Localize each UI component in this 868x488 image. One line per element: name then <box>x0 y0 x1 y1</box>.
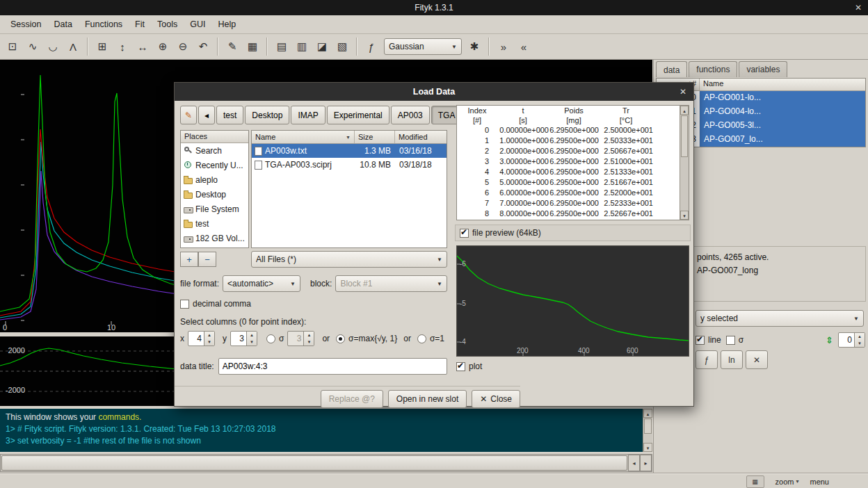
status-zoom-menu[interactable]: zoom▾ <box>775 478 799 486</box>
column-header-modified[interactable]: Modified <box>395 131 447 143</box>
remove-bookmark-button[interactable]: − <box>198 252 216 267</box>
zoom-all-icon[interactable]: ⊞ <box>93 37 112 56</box>
data-title-input[interactable] <box>218 358 447 375</box>
file-preview-checkbox[interactable]: file preview (64kB) <box>460 228 541 238</box>
zoom-label: zoom <box>775 478 794 486</box>
log-scale-button[interactable]: ln <box>721 350 743 369</box>
tab-data[interactable]: data <box>656 61 687 77</box>
function-type-combo[interactable]: Gaussian ▼ <box>384 38 462 55</box>
zoom-out-icon[interactable]: ⊖ <box>173 37 193 56</box>
horizontal-scrollbar[interactable]: ◂ ▸ <box>0 454 652 472</box>
previous-zoom-icon[interactable]: ↶ <box>193 37 213 56</box>
path-button-ap003[interactable]: AP003 <box>391 106 430 124</box>
zoom-in-icon[interactable]: ⊕ <box>153 37 172 56</box>
baseline-mode-icon[interactable]: ◡ <box>43 37 63 56</box>
menu-session[interactable]: Session <box>4 17 47 32</box>
place-desktop[interactable]: Desktop <box>181 187 248 202</box>
data-table-icon[interactable]: ▦ <box>243 37 262 56</box>
combo-arrow-icon: ▼ <box>286 281 296 287</box>
zoom-rect-mode-icon[interactable]: ⊡ <box>3 37 22 56</box>
scroll-up-icon[interactable]: ▴ <box>643 409 652 418</box>
status-menu[interactable]: menu <box>810 478 829 486</box>
load-data-dialog: Load Data ✕ ✎ ◂ testDesktopIMAPExperimen… <box>174 82 694 407</box>
run-fit-icon[interactable]: » <box>494 37 513 56</box>
open-session-icon[interactable]: ▤ <box>272 37 291 56</box>
menu-tools[interactable]: Tools <box>151 17 184 32</box>
export-plot-icon[interactable]: ◪ <box>312 37 332 56</box>
path-button-imap[interactable]: IMAP <box>291 106 325 124</box>
decimal-comma-checkbox[interactable]: decimal comma <box>180 299 251 309</box>
spin-arrows-icon[interactable]: ▲▼ <box>246 332 257 345</box>
spin-arrows-icon[interactable]: ▲▼ <box>204 332 214 345</box>
path-back-button[interactable]: ◂ <box>198 106 215 124</box>
scroll-right-icon[interactable]: ▸ <box>640 455 652 471</box>
radio-unselected <box>417 334 426 343</box>
zoom-horizontal-icon[interactable]: ↔ <box>133 37 152 56</box>
place-182-gb-vol[interactable]: 182 GB Vol... <box>181 231 248 245</box>
scroll-up-icon[interactable]: ▴ <box>680 106 689 115</box>
menu-data[interactable]: Data <box>47 17 78 32</box>
window-titlebar: Fityk 1.3.1 ✕ <box>0 0 868 15</box>
preview-scrollbar[interactable]: ▴ ▾ <box>680 106 689 220</box>
tab-functions[interactable]: functions <box>689 61 737 77</box>
zoom-vertical-icon[interactable]: ↕ <box>113 37 132 56</box>
place-search[interactable]: Search <box>181 143 248 158</box>
define-function-icon[interactable]: ✱ <box>465 37 484 56</box>
data-range-mode-icon[interactable]: ∿ <box>23 37 42 56</box>
dialog-close-icon[interactable]: ✕ <box>680 83 686 101</box>
sigma-checkbox[interactable]: σ <box>726 335 744 345</box>
point-size-spinner[interactable]: 0 ▲▼ <box>838 332 865 348</box>
file-format-combo[interactable]: <automatic> ▼ <box>223 275 300 292</box>
place-recently-u[interactable]: Recently U... <box>181 158 248 172</box>
menu-fit[interactable]: Fit <box>129 17 151 32</box>
menu-help[interactable]: Help <box>211 17 242 32</box>
tab-variables[interactable]: variables <box>739 61 787 77</box>
spin-arrows-icon[interactable]: ▲▼ <box>854 333 865 347</box>
line-checkbox[interactable]: line <box>696 335 721 345</box>
scroll-thumb[interactable] <box>681 115 688 157</box>
x-column-spinner[interactable]: 4 ▲▼ <box>188 331 215 346</box>
scrollbar-thumb[interactable] <box>1 455 627 471</box>
type-filename-button[interactable]: ✎ <box>180 106 197 124</box>
open-in-new-slot-button[interactable]: Open in new slot <box>388 390 467 408</box>
path-button-desktop[interactable]: Desktop <box>245 106 289 124</box>
close-button[interactable]: ✕ Close <box>472 390 520 408</box>
sigma-max-radio[interactable]: σ=max{√y, 1} <box>336 334 397 343</box>
menu-functions[interactable]: Functions <box>79 17 129 32</box>
place-file-system[interactable]: File System <box>181 202 248 216</box>
place-aleplo[interactable]: aleplo <box>181 172 248 187</box>
console-scrollbar[interactable]: ▴ ▾ <box>643 409 652 452</box>
place-test[interactable]: test <box>181 216 248 231</box>
back-arrow-icon: ◂ <box>204 111 209 120</box>
scroll-down-icon[interactable]: ▾ <box>680 211 689 220</box>
load-data-icon[interactable]: ▥ <box>292 37 312 56</box>
output-console[interactable]: This window shows your commands. 1> # Fi… <box>0 409 652 452</box>
add-peak-mode-icon[interactable]: Λ <box>63 37 83 56</box>
sigma-one-radio[interactable]: σ=1 <box>417 334 444 343</box>
input-grid-icon[interactable]: ▦ <box>746 475 764 488</box>
add-function-icon[interactable]: ƒ <box>362 37 381 56</box>
scroll-thumb[interactable] <box>644 418 652 434</box>
y-column-spinner[interactable]: 3 ▲▼ <box>230 331 257 346</box>
window-close-icon[interactable]: ✕ <box>855 0 862 15</box>
path-button-test[interactable]: test <box>216 106 243 124</box>
plot-checkbox[interactable]: plot <box>456 361 482 371</box>
scroll-left-icon[interactable]: ◂ <box>628 455 640 471</box>
file-filter-combo[interactable]: All Files (*) ▼ <box>251 251 447 268</box>
undo-fit-icon[interactable]: « <box>514 37 533 56</box>
data-list-header-name[interactable]: Name <box>700 79 865 90</box>
add-bookmark-button[interactable]: + <box>180 252 198 267</box>
menu-gui[interactable]: GUI <box>184 17 211 32</box>
sigma-column-radio[interactable]: σ <box>266 334 284 343</box>
delete-data-button[interactable]: ✕ <box>746 350 768 369</box>
data-display-combo[interactable]: y selected ▼ <box>696 310 864 327</box>
script-editor-icon[interactable]: ✎ <box>223 37 242 56</box>
data-transform-button[interactable]: ƒ <box>696 350 718 369</box>
file-row-tga-ap003-sciprj[interactable]: TGA-AP003.sciprj10.8 MB03/18/18 <box>252 158 447 172</box>
column-header-size[interactable]: Size <box>355 131 395 143</box>
file-row-ap003w-txt[interactable]: AP003w.txt1.3 MB03/16/18 <box>252 144 447 158</box>
save-session-icon[interactable]: ▧ <box>332 37 352 56</box>
path-button-experimental[interactable]: Experimental <box>327 106 389 124</box>
column-header-name[interactable]: Name▼ <box>252 131 355 143</box>
scroll-down-icon[interactable]: ▾ <box>643 443 652 452</box>
